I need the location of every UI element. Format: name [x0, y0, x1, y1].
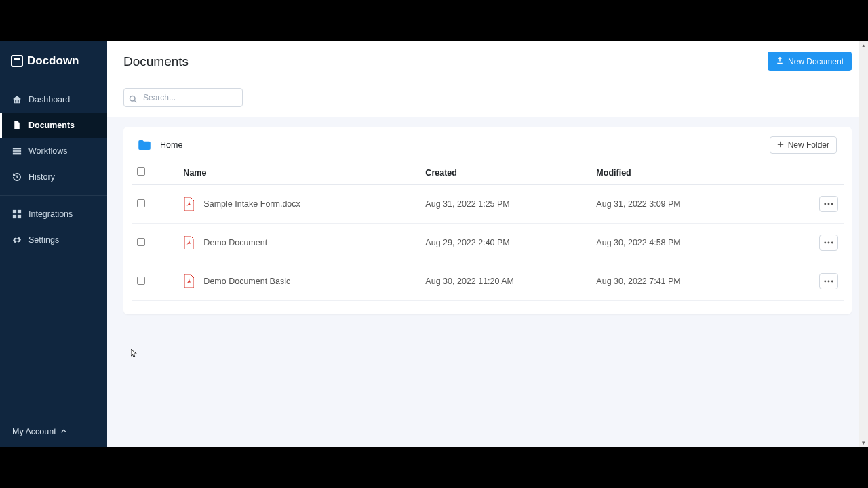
breadcrumb: Home — [138, 140, 182, 150]
sidebar-item-documents[interactable]: Documents — [0, 113, 107, 138]
sidebar-item-settings[interactable]: Settings — [0, 227, 107, 253]
pdf-icon — [183, 197, 194, 211]
chevron-up-icon — [60, 427, 67, 436]
row-checkbox[interactable] — [137, 277, 145, 285]
created-date: Aug 31, 2022 1:25 PM — [420, 185, 591, 224]
select-all-checkbox[interactable] — [137, 167, 145, 176]
table-row[interactable]: Sample Intake Form.docx Aug 31, 2022 1:2… — [132, 185, 844, 224]
sidebar-item-label: Workflows — [28, 146, 67, 156]
row-checkbox[interactable] — [137, 199, 145, 207]
sidebar-item-label: Settings — [28, 235, 59, 245]
svg-rect-4 — [18, 210, 21, 214]
row-checkbox[interactable] — [137, 238, 145, 246]
pdf-icon — [183, 236, 194, 249]
new-folder-label: New Folder — [788, 140, 829, 150]
svg-point-16 — [824, 281, 826, 283]
upload-icon — [776, 56, 784, 66]
app-frame: Docdown Dashboard Documents Workflows — [0, 41, 868, 447]
new-folder-button[interactable]: New Folder — [770, 136, 837, 154]
svg-point-18 — [831, 281, 833, 283]
svg-point-15 — [831, 242, 833, 244]
search-input[interactable] — [123, 88, 243, 107]
folder-icon — [138, 140, 151, 150]
page-header: Documents New Document — [107, 41, 868, 81]
column-header-modified[interactable]: Modified — [591, 161, 762, 185]
brand-icon — [11, 55, 23, 67]
svg-point-13 — [824, 242, 826, 244]
pdf-icon — [183, 274, 194, 288]
sidebar-item-dashboard[interactable]: Dashboard — [0, 87, 107, 113]
bars-icon — [12, 146, 22, 156]
brand-name: Docdown — [27, 54, 79, 68]
created-date: Aug 30, 2022 11:20 AM — [420, 262, 591, 301]
svg-point-11 — [828, 203, 830, 205]
row-actions-button[interactable] — [819, 196, 838, 212]
document-icon — [12, 121, 22, 130]
sidebar-item-label: Dashboard — [28, 95, 70, 104]
content: Home New Folder Name Created — [107, 117, 868, 447]
new-document-button[interactable]: New Document — [768, 52, 852, 71]
svg-rect-6 — [18, 215, 21, 218]
file-name: Demo Document Basic — [203, 277, 290, 286]
modified-date: Aug 30, 2022 4:58 PM — [591, 224, 762, 262]
scroll-up-arrow-icon[interactable]: ▴ — [859, 41, 868, 50]
gear-icon — [12, 235, 22, 245]
table-row[interactable]: Demo Document Basic Aug 30, 2022 11:20 A… — [132, 262, 844, 301]
page-title: Documents — [123, 54, 189, 69]
svg-rect-2 — [13, 153, 21, 155]
plus-icon — [777, 140, 784, 150]
column-header-created[interactable]: Created — [420, 161, 591, 185]
sidebar-item-history[interactable]: History — [0, 164, 107, 190]
new-document-label: New Document — [788, 57, 844, 66]
sidebar-item-integrations[interactable]: Integrations — [0, 201, 107, 227]
svg-rect-5 — [13, 215, 16, 218]
table-row[interactable]: Demo Document Aug 29, 2022 2:40 PM Aug 3… — [132, 224, 844, 262]
vertical-scrollbar[interactable]: ▴ ▾ — [859, 41, 868, 447]
grid-icon — [12, 209, 22, 219]
nav-separator — [0, 195, 107, 196]
svg-rect-3 — [13, 210, 16, 214]
file-name: Demo Document — [203, 238, 267, 247]
documents-panel: Home New Folder Name Created — [123, 127, 852, 314]
sidebar: Docdown Dashboard Documents Workflows — [0, 41, 107, 447]
row-actions-button[interactable] — [819, 273, 838, 289]
svg-point-17 — [828, 281, 830, 283]
svg-point-14 — [828, 242, 830, 244]
file-name: Sample Intake Form.docx — [203, 199, 300, 209]
modified-date: Aug 31, 2022 3:09 PM — [591, 185, 762, 224]
sidebar-item-workflows[interactable]: Workflows — [0, 138, 107, 164]
nav: Dashboard Documents Workflows History — [0, 87, 107, 253]
search-icon — [129, 94, 137, 102]
column-header-name[interactable]: Name — [178, 161, 420, 185]
my-account-toggle[interactable]: My Account — [0, 418, 107, 447]
svg-rect-1 — [13, 150, 21, 152]
sidebar-item-label: History — [28, 172, 55, 182]
scroll-down-arrow-icon[interactable]: ▾ — [859, 438, 868, 447]
sidebar-item-label: Documents — [28, 121, 75, 130]
home-icon — [12, 95, 22, 104]
main: Documents New Document — [107, 41, 868, 447]
svg-point-12 — [831, 203, 833, 205]
documents-table: Name Created Modified — [132, 161, 844, 301]
breadcrumb-home[interactable]: Home — [160, 140, 182, 150]
row-actions-button[interactable] — [819, 235, 838, 251]
svg-rect-9 — [777, 144, 783, 145]
modified-date: Aug 30, 2022 7:41 PM — [591, 262, 762, 301]
svg-rect-0 — [13, 148, 21, 150]
history-icon — [12, 172, 22, 182]
svg-point-10 — [824, 203, 826, 205]
created-date: Aug 29, 2022 2:40 PM — [420, 224, 591, 262]
my-account-label: My Account — [12, 427, 56, 436]
search-bar — [107, 81, 868, 117]
svg-point-7 — [130, 96, 136, 102]
sidebar-item-label: Integrations — [28, 209, 73, 219]
brand[interactable]: Docdown — [0, 41, 107, 81]
